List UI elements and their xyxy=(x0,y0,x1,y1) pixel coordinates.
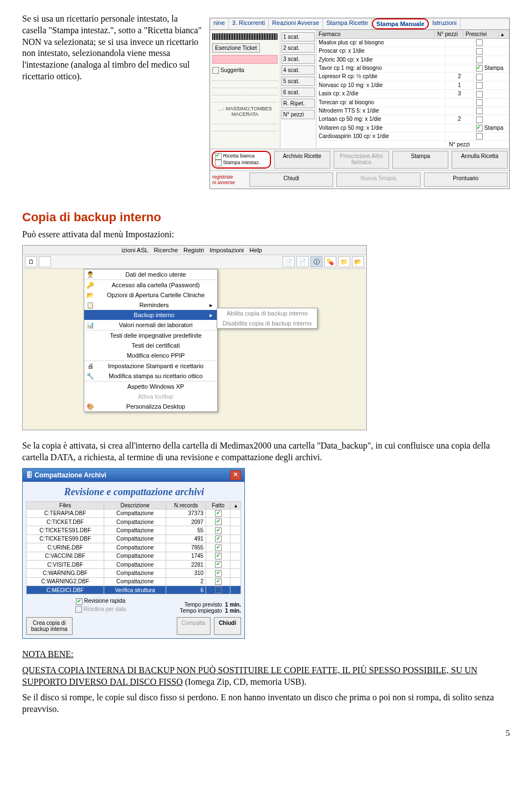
scat-button[interactable]: 4 scat. xyxy=(282,65,315,75)
toolbar-icon-1[interactable]: 📄 xyxy=(283,256,295,267)
col-descrizione: Descrizione xyxy=(104,501,166,509)
scat-button[interactable]: 1 scat. xyxy=(282,32,315,42)
chiudi-button[interactable]: Chiudi xyxy=(249,172,333,187)
ricetta-bianca-box[interactable]: Ricetta bianca Stampa intestaz. xyxy=(212,151,271,169)
menu-item[interactable]: Backup interno▸ xyxy=(84,310,217,320)
menu-item[interactable]: 🖨Impostazione Stampanti e ricettario xyxy=(84,360,217,371)
tab-stampa-manuale[interactable]: Stampa Manuale xyxy=(372,18,429,29)
menubar-item[interactable]: Registri xyxy=(183,247,204,253)
menu-item[interactable]: Testi dei certificati xyxy=(84,340,217,350)
tab-istruzioni[interactable]: Istruzioni xyxy=(429,18,461,29)
dialog-title: 🗄 Compattazione Archivi xyxy=(26,471,106,479)
toolbar-icon-5[interactable]: 📁 xyxy=(338,256,350,267)
table-row[interactable]: Nitroderm TTS 5: x 1/die xyxy=(316,107,509,115)
scat-button[interactable]: 2 scat. xyxy=(282,43,315,53)
scat-button[interactable]: 3 scat. xyxy=(282,54,315,64)
table-row[interactable]: Norvasc cp 10 mg: x 1/die1 xyxy=(316,82,509,90)
table-row[interactable]: Zyloric 300 cp: x 1/die xyxy=(316,56,509,64)
menu-item[interactable]: 🎨Personalizza Desktop xyxy=(84,401,217,411)
riordina-data-checkbox[interactable]: Riordina per data xyxy=(26,606,175,613)
table-row[interactable]: C:WARNING2.DBFCompattazione2 xyxy=(27,577,241,586)
menu-item[interactable]: 📂Opzioni di Apertura Cartelle Cliniche xyxy=(84,290,217,300)
col-fatto: Fatto xyxy=(206,501,231,509)
menu-item[interactable]: 📋Reminders▸ xyxy=(84,300,217,310)
menu-item[interactable]: 🔑Accesso alla cartella (Password) xyxy=(84,279,217,290)
submenu-item[interactable]: Abilita copia di backup interno xyxy=(217,308,317,318)
menubar-item[interactable]: izioni ASL xyxy=(121,247,148,253)
toolbar-icon-6[interactable]: 📂 xyxy=(352,256,364,267)
prescrizione-altro-button[interactable]: Prescrizione Altro farmaco xyxy=(334,151,390,169)
table-row[interactable]: Voltaren cp 50 mg: x 1/die Stampa xyxy=(316,124,509,133)
tab-3-ricorrenti[interactable]: 3. Ricorrenti xyxy=(229,18,269,29)
backup-intro: Può essere attivata dal menù Impostazion… xyxy=(22,229,510,241)
submenu-item[interactable]: Disabilita copia di backup interno xyxy=(217,318,317,328)
table-row[interactable]: Torecan cp: al bisogno xyxy=(316,99,509,107)
tempo-previsto-label: Tempo previsto xyxy=(185,602,222,608)
revisione-rapida-checkbox[interactable]: Revisione rapida xyxy=(26,598,175,604)
tempo-impiegato-label: Tempo impiegato xyxy=(180,608,222,614)
table-row[interactable]: Lopresor R cp: ½ cp/die2 xyxy=(316,73,509,81)
table-row[interactable]: Maalox plus cp: al bisogno xyxy=(316,39,509,47)
table-row[interactable]: C:VACCINI.DBFCompattazione1745 xyxy=(27,552,241,560)
menu-item[interactable]: 👨‍⚕️Dati del medico utente xyxy=(84,269,217,279)
table-row[interactable]: Lasix cp: x 2/die3 xyxy=(316,90,509,98)
esenzione-ticket-button[interactable]: Esenzione Ticket xyxy=(212,43,260,53)
tempo-previsto-value: 1 min. xyxy=(225,602,241,608)
scat-button[interactable]: R. Ripet. xyxy=(282,99,315,108)
menu-item[interactable]: Attiva toolbar xyxy=(84,391,217,401)
intro-paragraph: Se si usa un ricettario personale intest… xyxy=(22,13,204,83)
table-row[interactable]: Proscar cp: x 1/die xyxy=(316,47,509,55)
menu-item[interactable]: Modifica elenco PPIP xyxy=(84,350,217,360)
toolbar-icon-3[interactable]: ⓘ xyxy=(310,256,323,267)
table-row[interactable]: Tavor cp 1 mg: al bisogno Stampa xyxy=(316,64,509,73)
compatta-button[interactable]: Compatta xyxy=(177,617,211,635)
scat-button[interactable]: 6 scat. xyxy=(282,88,315,97)
archivio-ricette-button[interactable]: Archivio Ricette xyxy=(274,151,330,169)
nota-p1: QUESTA COPIA INTERNA DI BACKUP NON PUÒ S… xyxy=(22,665,510,688)
table-row[interactable]: C:TICKET.DBFCompattazione2097 xyxy=(27,518,241,526)
nuova-terapia-button[interactable]: Nuova Terapia xyxy=(336,172,420,187)
stampa-button[interactable]: Stampa xyxy=(392,151,448,169)
toolbar-icon-4[interactable]: 💊 xyxy=(324,256,336,267)
prontuario-button[interactable]: Prontuario xyxy=(424,172,508,187)
annulla-ricetta-button[interactable]: Annulla Ricetta xyxy=(452,151,508,169)
page-number: 5 xyxy=(22,729,510,738)
menubar-item[interactable]: Impostazioni xyxy=(209,247,244,253)
heading-backup: Copia di backup interno xyxy=(22,210,510,225)
table-row[interactable]: C:TERAPIA.DBFCompattazione37373 xyxy=(27,509,241,517)
scat-button[interactable]: N° pezzi xyxy=(282,110,315,119)
chiudi-dialog-button[interactable]: Chiudi xyxy=(214,617,241,635)
tab-stampa-ricette[interactable]: Stampa Ricette xyxy=(323,18,372,29)
scat-button[interactable]: 5 scat. xyxy=(282,77,315,86)
crea-copia-button[interactable]: Crea copia di backup interna xyxy=(26,617,73,635)
menubar-item[interactable]: Ricerche xyxy=(154,247,178,253)
col-files: Files xyxy=(27,501,104,509)
menu-item[interactable]: 🔧Modifica stampa su ricettario ottico xyxy=(84,371,217,381)
tempo-impiegato-value: 1 min. xyxy=(225,608,241,614)
table-row[interactable]: Cardioaspirin 100 cp: x 1/die xyxy=(316,133,509,141)
menu-item[interactable]: 📊Valori normali dei laboratori xyxy=(84,320,217,330)
registrate-label: registrate ni avverse xyxy=(210,171,248,189)
table-row[interactable]: Lortaan cp 50 mg: x 1/die2 xyxy=(316,115,509,124)
table-row[interactable]: C:VISITE.DBFCompattazione2281 xyxy=(27,560,241,568)
suggerita-checkbox[interactable]: Suggerita xyxy=(212,67,278,74)
col-npezzi: N° pezzi xyxy=(435,30,463,38)
table-row[interactable]: C:TICKETES91.DBFCompattazione55 xyxy=(27,526,241,535)
table-row[interactable]: C:URINE.DBFCompattazione7955 xyxy=(27,543,241,552)
toolbar-icon[interactable] xyxy=(39,256,51,267)
menu-item[interactable]: Testi delle impegnative predefinite xyxy=(84,330,217,340)
tab-nine[interactable]: nine xyxy=(210,18,229,29)
toolbar-icon-2[interactable]: 📄 xyxy=(296,256,309,267)
table-row[interactable]: C:WARNING.DBFCompattazione310 xyxy=(27,569,241,577)
menu-item[interactable]: Aspetto Windows XP xyxy=(84,381,217,391)
table-row[interactable]: C:MEDICI.DBFVerifica struttura6 xyxy=(27,586,241,594)
tab-reazioni-avverse[interactable]: Reazioni Avverse xyxy=(269,18,323,29)
col-prescrivi: Prescrivi xyxy=(463,30,499,38)
toolbar-new-icon[interactable]: 🗋 xyxy=(25,256,37,267)
menubar-item[interactable]: Help xyxy=(249,247,262,253)
table-row[interactable]: C:TICKETES99.DBFCompattazione491 xyxy=(27,535,241,543)
close-icon[interactable]: ✕ xyxy=(230,470,241,480)
npezzi-footer-label: N° pezzi xyxy=(446,141,474,148)
screenshot-prescrizione: nine3. RicorrentiReazioni AvverseStampa … xyxy=(209,18,510,189)
nota-bene-label: NOTA BENE: xyxy=(22,649,510,660)
